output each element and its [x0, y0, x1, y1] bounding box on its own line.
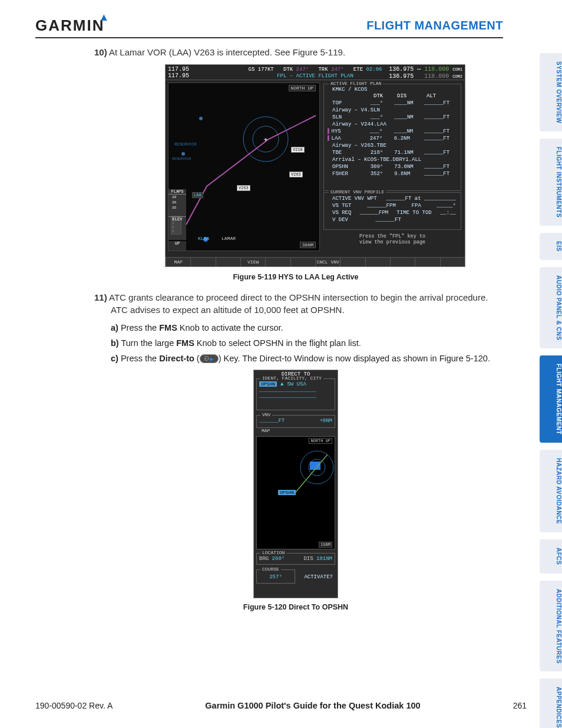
direct-to-map: NORTH UP OPSHN 15NM: [256, 436, 335, 549]
flaps-tape: FLAPS 10 20 35 ELEV: [168, 189, 186, 240]
figure-5-119: 117.95 117.95 GS 177KT DTK 247° TRK 247°…: [165, 64, 465, 267]
tab-eis[interactable]: EIS: [540, 233, 562, 260]
softkey-cncl-vnv[interactable]: CNCL VNV: [315, 257, 340, 266]
elev-up: UP: [168, 241, 186, 251]
footer: 190-00590-02 Rev. A Garmin G1000 Pilot's…: [35, 701, 527, 710]
svg-point-2: [199, 117, 203, 120]
reservoir-label: RESERVOIR: [171, 157, 192, 161]
figure-caption-1: Figure 5-119 HYS to LAA Leg Active: [94, 273, 497, 281]
airway-v210-chip: V210: [291, 147, 305, 153]
softkeys: MAP VIEW CNCL VNV: [166, 257, 465, 266]
map-scale: 15NM: [319, 542, 332, 548]
fpl-title: FPL – ACTIVE FLIGHT PLAN: [277, 73, 353, 79]
step-11c: c) Press the Direct-to (Đ▶) Key. The Dir…: [111, 353, 497, 364]
body-content: 10) At Lamar VOR (LAA) V263 is intercept…: [94, 47, 497, 611]
figure-caption-2: Figure 5-120 Direct To OPSHN: [94, 603, 497, 611]
fpl-rows: TOP___°____NM______FTAirway – V4.SLNSLN_…: [326, 100, 458, 177]
map-scale: 30NM: [300, 242, 316, 248]
logo-triangle-icon: ▲: [98, 11, 110, 24]
ident-field[interactable]: OPSHN: [259, 381, 277, 387]
laa-chip: LAA: [192, 192, 203, 198]
waypoint-symbol-icon: ▲: [280, 381, 283, 387]
opshn-chip: OPSHN: [278, 490, 296, 495]
reservoir-label: RESERVOIR: [173, 142, 198, 147]
step-num: 10): [94, 47, 107, 57]
softkey-map[interactable]: MAP: [166, 257, 190, 266]
header-row: GARMIN▲ FLIGHT MANAGEMENT: [35, 17, 503, 38]
softkey-view[interactable]: VIEW: [240, 257, 265, 266]
tab-appendices[interactable]: APPENDICES: [540, 678, 562, 728]
tab-audio-panel-cns[interactable]: AUDIO PANEL & CNS: [540, 267, 562, 348]
course-value: 257°: [259, 574, 292, 580]
step-11b: b) Turn the large FMS Knob to select OPS…: [111, 337, 497, 349]
lamar-label: LAMAR: [222, 236, 236, 241]
doc-title: Garmin G1000 Pilot's Guide for the Quest…: [205, 701, 420, 710]
tab-additional-features[interactable]: ADDITIONAL FEATURES: [540, 581, 562, 672]
map-route-icon: ✈: [168, 83, 319, 251]
garmin-logo: GARMIN▲: [35, 17, 117, 35]
svg-text:✈: ✈: [264, 136, 268, 143]
tab-flight-management[interactable]: FLIGHT MANAGEMENT: [540, 355, 562, 443]
direct-to-key-icon: Đ▶: [200, 354, 219, 363]
tab-flight-instruments[interactable]: FLIGHT INSTRUMENTS: [540, 139, 562, 226]
fpl-panel: ACTIVE FLIGHT PLAN KMKC / KCOS DTK DIS A…: [322, 83, 462, 250]
step-11: 11) ATC grants clearance to proceed dire…: [94, 292, 497, 316]
tab-system-overview[interactable]: SYSTEM OVERVIEW: [540, 53, 562, 131]
page-number: 261: [513, 701, 527, 710]
step-11a: a) Press the FMS Knob to activate the cu…: [111, 322, 497, 334]
tab-afcs[interactable]: AFCS: [540, 539, 562, 573]
figure-5-120: DIRECT TO IDENT, FACILITY, CITY OPSHN ▲ …: [253, 370, 338, 598]
airway-v263-chip: V263: [289, 172, 303, 177]
com-freqs: 136.975 ↔ 118.000 COM1 136.975 118.000 C…: [389, 66, 462, 80]
mfd-map: NORTH UP ✈ RESERVOIR RESERVOIR V210 V263…: [168, 83, 320, 251]
step-10: 10) At Lamar VOR (LAA) V263 is intercept…: [94, 47, 497, 58]
activate-button[interactable]: ACTIVATE?: [304, 574, 333, 580]
airway-v263-chip: V263: [237, 185, 250, 191]
logo-text: GARMIN: [35, 17, 104, 35]
svg-point-3: [181, 152, 185, 156]
doc-rev: 190-00590-02 Rev. A: [35, 701, 113, 710]
top-data: GS 177KT DTK 247° TRK 247° ETE 02:06: [249, 67, 382, 73]
step-text: At Lamar VOR (LAA) V263 is intercepted. …: [109, 47, 345, 57]
section-title: FLIGHT MANAGEMENT: [366, 19, 503, 32]
klaa-label: KLAA: [198, 236, 209, 241]
side-tabs: SYSTEM OVERVIEW FLIGHT INSTRUMENTS EIS A…: [540, 53, 562, 728]
nav-freqs: 117.95 117.95: [168, 66, 189, 79]
tab-hazard-avoidance[interactable]: HAZARD AVOIDANCE: [540, 450, 562, 532]
